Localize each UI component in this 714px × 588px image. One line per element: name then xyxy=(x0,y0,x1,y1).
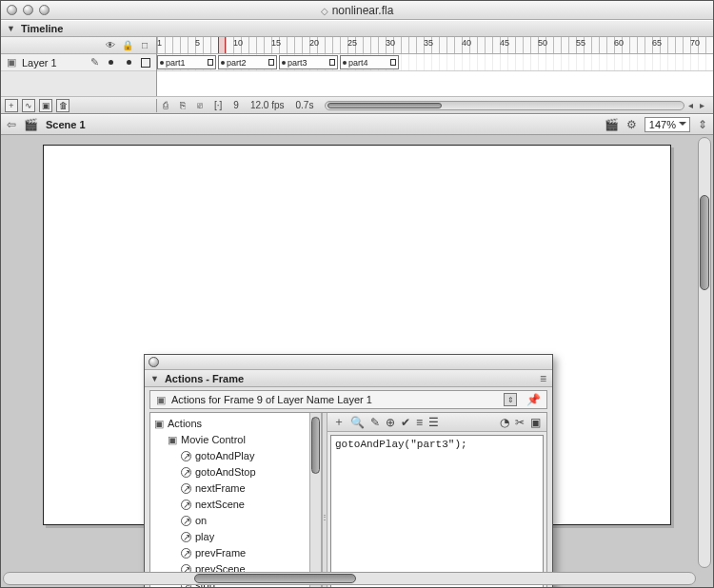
insert-target-path-icon[interactable]: ⊕ xyxy=(386,416,395,429)
playhead-icon[interactable] xyxy=(218,37,226,53)
visibility-dot-icon[interactable] xyxy=(109,60,113,65)
tree-item[interactable]: ↗on xyxy=(154,513,317,529)
timeline-footer: + ∿ ▣ 🗑 ⎙ ⎘ ⎚ [·] 9 12.0 fps 0.7s ◂ ▸ xyxy=(1,96,713,113)
actions-panel-header[interactable]: ▼ Actions - Frame ≡ xyxy=(145,370,552,387)
ruler-num: 65 xyxy=(652,38,690,48)
frame-selector-text: Actions for Frame 9 of Layer Name Layer … xyxy=(171,394,498,405)
edit-symbols-icon[interactable]: ⚙ xyxy=(626,118,637,131)
tree-item[interactable]: ↗gotoAndPlay xyxy=(154,448,317,464)
tree-item[interactable]: ↗prevFrame xyxy=(154,545,317,561)
span-label: part4 xyxy=(348,58,368,68)
insert-folder-button[interactable]: ▣ xyxy=(39,99,52,112)
layer-row[interactable]: ▣ Layer 1 ✎ xyxy=(1,54,156,71)
ruler-num: 70 xyxy=(690,38,713,48)
ruler-numbers: 1 5 10 15 20 25 30 35 40 45 50 55 60 65 xyxy=(157,38,713,48)
scrollbar-thumb[interactable] xyxy=(700,195,709,290)
ruler-num: 5 xyxy=(195,38,233,48)
add-action-icon[interactable]: ＋ xyxy=(333,414,345,430)
scroll-left-icon[interactable]: ◂ xyxy=(684,100,696,110)
tree-item[interactable]: ↗nextFrame xyxy=(154,480,317,497)
actions-panel-titlebar[interactable] xyxy=(145,355,552,370)
book-icon: ▣ xyxy=(168,432,177,448)
show-code-hint-icon[interactable]: ☰ xyxy=(428,416,439,429)
scroll-right-icon[interactable]: ▸ xyxy=(696,100,707,110)
edit-multiple-frames-icon[interactable]: ⎚ xyxy=(197,100,203,110)
frame-selector-dropdown[interactable]: ▣ Actions for Frame 9 of Layer Name Laye… xyxy=(149,390,547,409)
modify-onion-markers-icon[interactable]: [·] xyxy=(214,100,222,110)
onion-skin-outlines-icon[interactable]: ⎘ xyxy=(180,100,186,110)
back-arrow-icon[interactable]: ⇦ xyxy=(7,118,16,131)
tree-root[interactable]: ▣ Actions xyxy=(154,416,317,432)
disclosure-triangle-icon[interactable]: ▼ xyxy=(7,24,15,33)
tree-item[interactable]: ↗nextScene xyxy=(154,497,317,513)
stage-horizontal-scrollbar[interactable] xyxy=(3,572,696,585)
code-editor[interactable]: gotoAndPlay("part3"); xyxy=(330,435,544,587)
timeline-ruler[interactable]: 1 5 10 15 20 25 30 35 40 45 50 55 60 65 xyxy=(157,37,713,54)
action-icon: ↗ xyxy=(181,483,191,494)
frame-icon: ▣ xyxy=(156,394,166,406)
onion-skin-icon[interactable]: ⎙ xyxy=(163,100,169,110)
tree-item[interactable]: ↗play xyxy=(154,529,317,545)
scene-name[interactable]: Scene 1 xyxy=(46,119,86,130)
tree-group[interactable]: ▣ Movie Control xyxy=(154,432,317,448)
tree-item[interactable]: ↗gotoAndStop xyxy=(154,464,317,480)
action-icon: ↗ xyxy=(181,532,191,542)
outline-color-icon[interactable] xyxy=(141,58,150,68)
edit-bar: ⇦ 🎬 Scene 1 🎬 ⚙ 147% ⇕ xyxy=(1,114,713,135)
scrollbar-thumb[interactable] xyxy=(327,103,442,108)
pencil-icon: ✎ xyxy=(90,56,99,69)
tree-label: Movie Control xyxy=(181,432,246,448)
scrollbar-thumb[interactable] xyxy=(311,417,320,474)
panel-options-icon[interactable]: ≡ xyxy=(540,372,546,385)
insert-layer-button[interactable]: + xyxy=(5,99,18,112)
insert-motion-guide-button[interactable]: ∿ xyxy=(22,99,35,112)
actions-tree[interactable]: ▣ Actions ▣ Movie Control ↗gotoAndPlay ↗… xyxy=(150,413,321,587)
zoom-stepper-icon[interactable]: ⇕ xyxy=(698,118,707,131)
span-label: part3 xyxy=(288,58,307,68)
tree-vertical-scrollbar[interactable] xyxy=(309,413,321,587)
chevron-updown-icon[interactable]: ⇕ xyxy=(504,393,517,406)
debug-options-icon[interactable]: ✂ xyxy=(515,416,525,429)
ruler-num: 60 xyxy=(614,38,652,48)
ruler-num: 1 xyxy=(157,38,195,48)
frame-span[interactable]: part4 xyxy=(340,55,399,69)
tree-label: prevFrame xyxy=(195,545,246,561)
lock-dot-icon[interactable] xyxy=(127,60,131,65)
frame-track[interactable]: part1 part2 part3 part4 xyxy=(157,54,713,71)
layer-name: Layer 1 xyxy=(22,57,85,69)
ruler-num: 55 xyxy=(576,38,614,48)
frame-span[interactable]: part3 xyxy=(279,55,338,69)
disclosure-triangle-icon[interactable]: ▼ xyxy=(150,374,159,383)
reference-icon[interactable]: ◔ xyxy=(500,416,509,429)
edit-scene-icon[interactable]: 🎬 xyxy=(605,118,619,131)
timeline-frames: 1 5 10 15 20 25 30 35 40 45 50 55 60 65 xyxy=(157,37,713,96)
code-text: gotoAndPlay("part3"); xyxy=(335,439,467,450)
timeline-panel-header[interactable]: ▼ Timeline xyxy=(1,20,713,37)
app-window: nonlinear.fla ▼ Timeline 👁 🔒 □ ▣ Layer 1… xyxy=(0,0,714,588)
frame-span[interactable]: part1 xyxy=(157,55,216,69)
zoom-dropdown[interactable]: 147% xyxy=(645,117,690,132)
auto-format-icon[interactable]: ≡ xyxy=(416,416,423,429)
find-icon[interactable]: 🔍 xyxy=(350,416,365,429)
delete-layer-button[interactable]: 🗑 xyxy=(56,99,69,112)
replace-icon[interactable]: ✎ xyxy=(370,416,380,429)
lock-icon[interactable]: 🔒 xyxy=(122,40,133,50)
tree-label: on xyxy=(195,513,207,529)
pin-icon[interactable]: 📌 xyxy=(526,393,541,406)
eye-icon[interactable]: 👁 xyxy=(105,40,116,50)
timeline-horizontal-scrollbar[interactable]: ◂ ▸ xyxy=(325,100,707,111)
scrollbar-track[interactable] xyxy=(325,101,684,110)
window-title: nonlinear.fla xyxy=(1,4,713,17)
scrollbar-thumb[interactable] xyxy=(194,574,356,583)
actions-panel[interactable]: ▼ Actions - Frame ≡ ▣ Actions for Frame … xyxy=(144,354,553,587)
outline-icon[interactable]: □ xyxy=(139,40,150,50)
ruler-num: 20 xyxy=(309,38,347,48)
zoom-value: 147% xyxy=(649,119,676,130)
stage-vertical-scrollbar[interactable] xyxy=(698,137,711,568)
ruler-num: 40 xyxy=(462,38,500,48)
close-icon[interactable] xyxy=(149,357,159,367)
view-options-icon[interactable]: ▣ xyxy=(530,416,541,429)
window-titlebar[interactable]: nonlinear.fla xyxy=(1,1,713,20)
check-syntax-icon[interactable]: ✔ xyxy=(401,416,410,429)
frame-span[interactable]: part2 xyxy=(218,55,277,69)
